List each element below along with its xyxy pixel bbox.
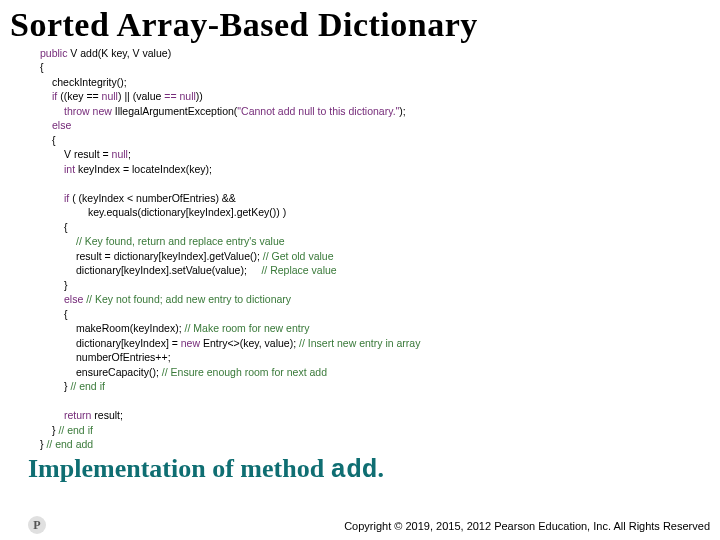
code-listing: public V add(K key, V value) { checkInte… <box>28 46 720 452</box>
comment: // Replace value <box>261 264 336 276</box>
code-line: } // end add <box>28 437 720 451</box>
code-text: makeRoom(keyIndex); <box>76 322 185 334</box>
code-text: result; <box>91 409 123 421</box>
keyword: else <box>64 293 83 305</box>
comment: // end add <box>46 438 93 450</box>
subtitle-text: Implementation of method <box>28 454 331 483</box>
code-text: dictionary[keyIndex].setValue(value); <box>76 264 261 276</box>
code-text: ( (keyIndex < numberOfEntries) && <box>69 192 239 204</box>
subtitle-code: add <box>331 455 378 485</box>
keyword: == <box>164 90 176 102</box>
code-line: return result; <box>28 408 720 422</box>
keyword: null <box>112 148 128 160</box>
code-line: V result = null; <box>28 147 720 161</box>
keyword: public <box>40 47 67 59</box>
code-text: ensureCapacity(); <box>76 366 162 378</box>
pearson-logo-icon: P <box>28 516 46 534</box>
code-line: // Key found, return and replace entry's… <box>28 234 720 248</box>
code-line: result = dictionary[keyIndex].getValue()… <box>28 249 720 263</box>
code-text: ; <box>128 148 131 160</box>
code-text: result = dictionary[keyIndex].getValue()… <box>76 250 263 262</box>
keyword: return <box>64 409 91 421</box>
blank-line <box>28 176 720 190</box>
code-line: numberOfEntries++; <box>28 350 720 364</box>
code-line: } <box>28 278 720 292</box>
comment: // Ensure enough room for next add <box>162 366 327 378</box>
subtitle-text: . <box>377 454 384 483</box>
comment: // Insert new entry in array <box>299 337 420 349</box>
keyword: int <box>64 163 75 175</box>
code-text: ) || (value <box>118 90 164 102</box>
code-line: } // end if <box>28 423 720 437</box>
code-line: public V add(K key, V value) <box>28 46 720 60</box>
code-line: checkIntegrity(); <box>28 75 720 89</box>
code-line: int keyIndex = locateIndex(key); <box>28 162 720 176</box>
code-line: dictionary[keyIndex] = new Entry<>(key, … <box>28 336 720 350</box>
code-line: dictionary[keyIndex].setValue(value); //… <box>28 263 720 277</box>
code-text: Entry<>(key, value); <box>200 337 299 349</box>
code-line: if ((key == null) || (value == null)) <box>28 89 720 103</box>
comment: // Make room for new entry <box>185 322 310 334</box>
code-line: throw new IllegalArgumentException("Cann… <box>28 104 720 118</box>
code-line: { <box>28 60 720 74</box>
code-text: ((key == <box>57 90 101 102</box>
code-line: { <box>28 307 720 321</box>
slide-title: Sorted Array-Based Dictionary <box>10 6 720 44</box>
code-text: ); <box>399 105 405 117</box>
code-line: ensureCapacity(); // Ensure enough room … <box>28 365 720 379</box>
keyword: else <box>52 119 71 131</box>
copyright-text: Copyright © 2019, 2015, 2012 Pearson Edu… <box>344 520 710 532</box>
slide-subtitle: Implementation of method add. <box>28 454 720 485</box>
code-line: if ( (keyIndex < numberOfEntries) && <box>28 191 720 205</box>
code-line: { <box>28 220 720 234</box>
code-line: else <box>28 118 720 132</box>
code-text: IllegalArgumentException( <box>115 105 238 117</box>
code-text: dictionary[keyIndex] = <box>76 337 181 349</box>
comment: // end if <box>58 424 92 436</box>
code-text: )) <box>196 90 203 102</box>
blank-line <box>28 394 720 408</box>
comment: // Get old value <box>263 250 334 262</box>
code-line: else // Key not found; add new entry to … <box>28 292 720 306</box>
comment: // Key not found; add new entry to dicti… <box>86 293 291 305</box>
code-text: keyIndex = locateIndex(key); <box>75 163 212 175</box>
keyword: new <box>181 337 200 349</box>
code-text: V add(K key, V value) <box>67 47 171 59</box>
keyword: null <box>102 90 118 102</box>
string: "Cannot add null to this dictionary." <box>237 105 399 117</box>
code-line: key.equals(dictionary[keyIndex].getKey()… <box>28 205 720 219</box>
code-line: } // end if <box>28 379 720 393</box>
code-line: makeRoom(keyIndex); // Make room for new… <box>28 321 720 335</box>
code-text: V result = <box>64 148 112 160</box>
comment: // Key found, return and replace entry's… <box>76 235 285 247</box>
code-line: { <box>28 133 720 147</box>
comment: // end if <box>70 380 104 392</box>
keyword: throw new <box>64 105 115 117</box>
keyword: null <box>179 90 195 102</box>
